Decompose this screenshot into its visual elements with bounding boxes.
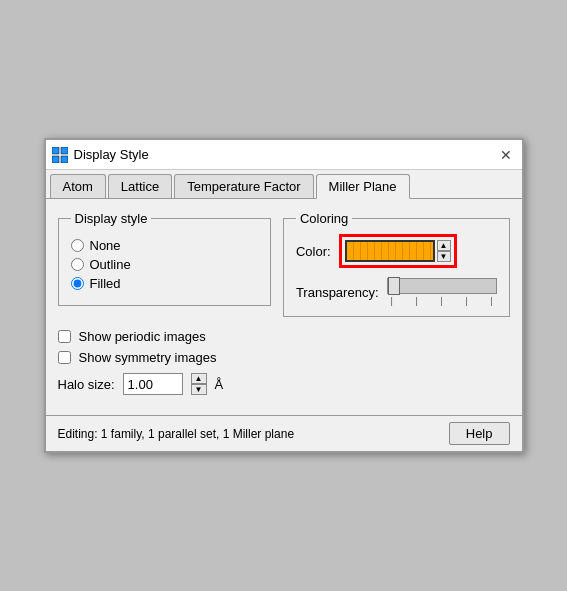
tab-bar: Atom Lattice Temperature Factor Miller P… — [46, 170, 522, 199]
halo-label: Halo size: — [58, 377, 115, 392]
color-highlight-box: ▲ ▼ — [339, 234, 457, 268]
tick-marks: | | | | | — [387, 296, 497, 306]
statusbar-text: Editing: 1 family, 1 parallel set, 1 Mil… — [58, 427, 295, 441]
statusbar: Editing: 1 family, 1 parallel set, 1 Mil… — [46, 415, 522, 451]
radio-row-filled: Filled — [71, 276, 258, 291]
tick-1: | — [415, 296, 417, 306]
tab-content: Display style None Outline Filled — [46, 199, 522, 407]
coloring-panel: Coloring Color: ▲ ▼ Trans — [283, 211, 510, 317]
close-button[interactable]: ✕ — [496, 145, 516, 165]
color-label: Color: — [296, 244, 331, 259]
color-row: Color: ▲ ▼ — [296, 234, 497, 268]
tab-lattice[interactable]: Lattice — [108, 174, 172, 198]
halo-input[interactable] — [123, 373, 183, 395]
svg-rect-1 — [61, 147, 68, 154]
radio-outline-label: Outline — [90, 257, 131, 272]
coloring-legend: Coloring — [296, 211, 352, 226]
checkbox-periodic-label: Show periodic images — [79, 329, 206, 344]
halo-unit: Å — [215, 377, 224, 392]
checkbox-section: Show periodic images Show symmetry image… — [58, 329, 510, 365]
halo-spin-up[interactable]: ▲ — [191, 373, 207, 384]
color-spinners: ▲ ▼ — [437, 240, 451, 262]
titlebar-left: Display Style — [52, 147, 149, 163]
transparency-slider-wrap: | | | | | — [387, 278, 497, 306]
coloring-group: Coloring Color: ▲ ▼ Trans — [283, 211, 510, 317]
checkbox-row-periodic: Show periodic images — [58, 329, 510, 344]
transparency-label: Transparency: — [296, 285, 379, 300]
window-icon — [52, 147, 68, 163]
transparency-row: Transparency: | | | | | — [296, 278, 497, 306]
svg-rect-0 — [52, 147, 59, 154]
main-window: Display Style ✕ Atom Lattice Temperature… — [44, 138, 524, 453]
tab-temperature-factor[interactable]: Temperature Factor — [174, 174, 313, 198]
svg-rect-2 — [52, 156, 59, 163]
halo-spin-down[interactable]: ▼ — [191, 384, 207, 395]
radio-none[interactable] — [71, 239, 84, 252]
display-style-legend: Display style — [71, 211, 152, 226]
radio-none-label: None — [90, 238, 121, 253]
color-picker-button[interactable] — [345, 240, 435, 262]
checkbox-symmetry[interactable] — [58, 351, 71, 364]
radio-filled[interactable] — [71, 277, 84, 290]
tab-atom[interactable]: Atom — [50, 174, 106, 198]
top-panels: Display style None Outline Filled — [58, 211, 510, 317]
window-title: Display Style — [74, 147, 149, 162]
tick-3: | — [465, 296, 467, 306]
halo-spinners: ▲ ▼ — [191, 373, 207, 395]
checkbox-row-symmetry: Show symmetry images — [58, 350, 510, 365]
tab-miller-plane[interactable]: Miller Plane — [316, 174, 410, 199]
display-style-group: Display style None Outline Filled — [58, 211, 271, 306]
checkbox-symmetry-label: Show symmetry images — [79, 350, 217, 365]
radio-filled-label: Filled — [90, 276, 121, 291]
color-spin-down[interactable]: ▼ — [437, 251, 451, 262]
help-button[interactable]: Help — [449, 422, 510, 445]
transparency-slider[interactable] — [387, 278, 497, 294]
tick-4: | — [490, 296, 492, 306]
radio-row-outline: Outline — [71, 257, 258, 272]
radio-outline[interactable] — [71, 258, 84, 271]
radio-row-none: None — [71, 238, 258, 253]
checkbox-periodic[interactable] — [58, 330, 71, 343]
halo-row: Halo size: ▲ ▼ Å — [58, 373, 510, 395]
svg-rect-3 — [61, 156, 68, 163]
titlebar: Display Style ✕ — [46, 140, 522, 170]
tick-2: | — [440, 296, 442, 306]
tick-0: | — [391, 296, 393, 306]
display-style-panel: Display style None Outline Filled — [58, 211, 271, 317]
color-spin-up[interactable]: ▲ — [437, 240, 451, 251]
